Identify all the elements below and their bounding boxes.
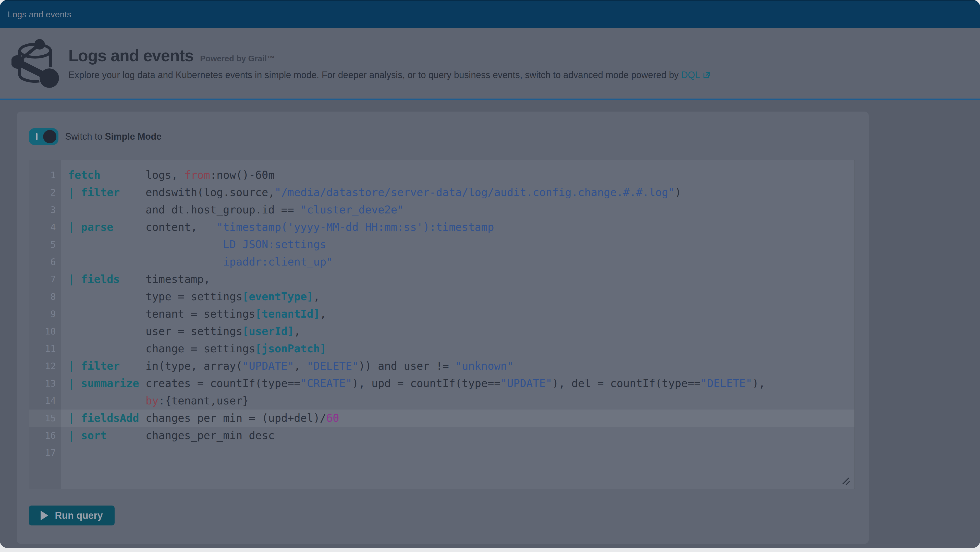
toggle-knob[interactable] [43, 130, 56, 143]
toggle-on-mark [36, 133, 38, 140]
description-text: Explore your log data and Kubernetes eve… [68, 70, 679, 80]
simple-mode-toggle[interactable] [29, 128, 59, 145]
window-title-bar: Logs and events [0, 0, 980, 28]
line-number: 1 [29, 166, 61, 184]
code-text: change = settings[jsonPatch] [61, 340, 326, 357]
code-line[interactable]: 13| summarize creates = countIf(type=="C… [29, 375, 854, 392]
line-number: 3 [29, 201, 61, 219]
code-line[interactable]: 11 change = settings[jsonPatch] [29, 340, 854, 357]
code-text: type = settings[eventType], [61, 288, 320, 305]
mode-toggle-row: Switch to Simple Mode [29, 128, 857, 145]
run-query-button[interactable]: Run query [29, 506, 115, 525]
app-window: Logs and events Logs and events [0, 0, 980, 548]
line-number: 2 [29, 184, 61, 201]
toggle-label-prefix: Switch to [65, 131, 105, 142]
line-number: 14 [29, 392, 61, 410]
play-icon [41, 511, 48, 520]
code-text: fetch logs, from:now()-60m [61, 166, 275, 184]
code-text: and dt.host_group.id == "cluster_deve2e" [61, 201, 404, 219]
code-line[interactable]: 4| parse content, "timestamp('yyyy-MM-dd… [29, 219, 854, 236]
page-description: Explore your log data and Kubernetes eve… [68, 70, 711, 80]
external-link-icon [703, 71, 711, 79]
line-number: 12 [29, 357, 61, 375]
run-query-label: Run query [55, 510, 103, 521]
line-number: 15 [29, 410, 61, 427]
code-line[interactable]: 15| fieldsAdd changes_per_min = (upd+del… [29, 410, 854, 427]
code-text: | filter endswith(log.source,"/media/dat… [61, 184, 681, 201]
code-line[interactable]: 5 LD JSON:settings [29, 236, 854, 253]
code-text: by:{tenant,user} [61, 392, 249, 410]
line-number: 10 [29, 323, 61, 340]
dql-link-label: DQL [681, 70, 700, 80]
code-lines: 1fetch logs, from:now()-60m2| filter end… [29, 160, 854, 462]
code-text: | sort changes_per_min desc [61, 427, 275, 444]
code-text: | fieldsAdd changes_per_min = (upd+del)/… [61, 410, 339, 427]
main-content: Switch to Simple Mode 1fetch logs, from:… [0, 101, 980, 548]
code-line[interactable]: 9 tenant = settings[tenantId], [29, 305, 854, 323]
dql-query-editor[interactable]: 1fetch logs, from:now()-60m2| filter end… [29, 160, 855, 489]
code-text: | summarize creates = countIf(type=="CRE… [61, 375, 765, 392]
code-text [61, 444, 68, 462]
code-text: | filter in(type, array("UPDATE", "DELET… [61, 357, 514, 375]
dql-link[interactable]: DQL [681, 70, 711, 80]
code-text: tenant = settings[tenantId], [61, 305, 326, 323]
toggle-label-mode: Simple Mode [105, 131, 162, 142]
code-line[interactable]: 1fetch logs, from:now()-60m [29, 166, 854, 184]
line-number: 9 [29, 305, 61, 323]
line-number: 16 [29, 427, 61, 444]
window-title: Logs and events [0, 10, 72, 19]
toggle-label: Switch to Simple Mode [65, 131, 162, 142]
code-line[interactable]: 16| sort changes_per_min desc [29, 427, 854, 444]
code-line[interactable]: 6 ipaddr:client_up" [29, 253, 854, 271]
line-number: 17 [29, 444, 61, 462]
code-text: ipaddr:client_up" [61, 253, 333, 271]
code-line[interactable]: 7| fields timestamp, [29, 271, 854, 288]
code-text: | parse content, "timestamp('yyyy-MM-dd … [61, 219, 494, 236]
code-line[interactable]: 12| filter in(type, array("UPDATE", "DEL… [29, 357, 854, 375]
line-number: 13 [29, 375, 61, 392]
line-number: 8 [29, 288, 61, 305]
code-line[interactable]: 8 type = settings[eventType], [29, 288, 854, 305]
line-number: 4 [29, 219, 61, 236]
page-title: Logs and events [68, 46, 193, 65]
code-text: | fields timestamp, [61, 271, 210, 288]
query-card: Switch to Simple Mode 1fetch logs, from:… [17, 112, 869, 544]
app-header: Logs and events Powered by Grail™ Explor… [0, 28, 980, 101]
code-line[interactable]: 10 user = settings[userId], [29, 323, 854, 340]
resize-handle[interactable] [841, 476, 851, 486]
code-line[interactable]: 3 and dt.host_group.id == "cluster_deve2… [29, 201, 854, 219]
code-text: LD JSON:settings [61, 236, 326, 253]
powered-by-label: Powered by Grail™ [200, 54, 275, 63]
code-line[interactable]: 14 by:{tenant,user} [29, 392, 854, 410]
line-number: 6 [29, 253, 61, 271]
logs-and-events-app-icon [11, 38, 61, 88]
line-number: 5 [29, 236, 61, 253]
code-line[interactable]: 17 [29, 444, 854, 462]
code-text: user = settings[userId], [61, 323, 301, 340]
line-number: 11 [29, 340, 61, 357]
line-number: 7 [29, 271, 61, 288]
code-line[interactable]: 2| filter endswith(log.source,"/media/da… [29, 184, 854, 201]
